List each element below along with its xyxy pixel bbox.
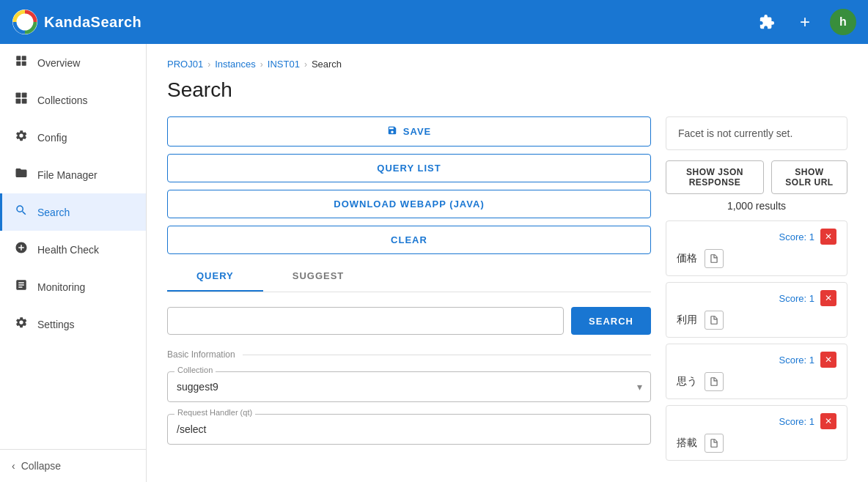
request-handler-input[interactable] [167,414,651,445]
doc-icon-4[interactable] [705,434,724,453]
save-icon [387,125,397,138]
breadcrumb-sep-2: › [260,59,263,70]
collection-field: Collection suggest9 suggest8 suggest7 ▾ [167,371,651,402]
sidebar-item-settings-label: Settings [37,319,75,330]
result-card-1: Score: 1 ✕ 価格 [666,220,847,276]
puzzle-icon [759,14,775,30]
svg-rect-7 [16,99,21,104]
navbar-actions: + h [754,9,856,35]
search-button[interactable]: SEARCH [571,307,651,335]
search-icon [14,204,29,220]
result-card-4: Score: 1 ✕ 搭載 [666,405,847,461]
breadcrumb-search: Search [312,59,342,70]
page-title: Search [167,78,847,102]
basic-information-label: Basic Information [167,349,651,360]
main-layout: Overview Collections Config File Manager… [0,44,868,482]
sidebar-item-config-label: Config [37,132,67,144]
sidebar-item-search-label: Search [37,207,70,218]
sidebar-collapse[interactable]: ‹ Collapse [0,449,146,482]
brand: KandaSearch [12,9,141,35]
left-panel: SAVE QUERY LIST DOWNLOAD WEBAPP (JAVA) C… [167,116,651,467]
sidebar-item-settings[interactable]: Settings [0,305,146,343]
config-icon [14,129,29,146]
overview-icon [14,54,29,71]
clear-button[interactable]: CLEAR [167,226,651,254]
request-handler-field: Request Handler (qt) [167,414,651,445]
svg-rect-5 [16,93,21,98]
show-solr-url-button[interactable]: SHOW SOLR URL [771,160,847,194]
content-area: PROJ01 › Instances › INST01 › Search Sea… [147,44,868,482]
search-row: SEARCH [167,307,651,335]
search-layout: SAVE QUERY LIST DOWNLOAD WEBAPP (JAVA) C… [167,116,847,467]
breadcrumb-sep-3: › [304,59,307,70]
collection-field-label: Collection [174,366,216,374]
sidebar-item-monitoring[interactable]: Monitoring [0,268,146,305]
results-count: 1,000 results [666,200,847,212]
query-list-button[interactable]: QUERY LIST [167,154,651,182]
save-button[interactable]: SAVE [167,116,651,147]
sidebar-item-health-check-label: Health Check [37,244,99,256]
request-handler-label: Request Handler (qt) [174,408,255,417]
brand-logo [12,9,38,35]
tabs-bar: QUERY SUGGEST [167,262,651,292]
delete-icon-1[interactable]: ✕ [820,229,836,245]
show-json-button[interactable]: SHOW JSON RESPONSE [666,160,764,194]
score-label-2: Score: 1 [779,293,814,304]
sidebar-item-search[interactable]: Search [0,193,146,231]
breadcrumb-sep-1: › [207,59,210,70]
doc-icon-1[interactable] [705,249,724,268]
sidebar-item-config[interactable]: Config [0,119,146,156]
result-text-1: 価格 [677,252,697,265]
svg-rect-8 [22,99,27,104]
download-webapp-button[interactable]: DOWNLOAD WEBAPP (JAVA) [167,190,651,218]
collection-select[interactable]: suggest9 suggest8 suggest7 [167,371,651,402]
monitoring-icon [14,278,29,295]
svg-rect-3 [16,62,21,66]
sidebar-item-overview-label: Overview [37,57,80,69]
breadcrumb-instances[interactable]: Instances [215,59,256,70]
search-input[interactable] [167,307,564,335]
delete-icon-3[interactable]: ✕ [820,352,836,368]
svg-rect-1 [16,56,21,60]
sidebar-item-file-manager-label: File Manager [37,169,98,181]
sidebar-item-overview[interactable]: Overview [0,44,146,81]
file-manager-icon [14,166,29,183]
breadcrumb: PROJ01 › Instances › INST01 › Search [167,59,847,70]
result-card-3: Score: 1 ✕ 思う [666,344,847,399]
chevron-left-icon: ‹ [12,460,15,472]
svg-rect-2 [22,56,26,60]
sidebar-item-collections-label: Collections [37,94,87,106]
collections-icon [14,92,29,108]
breadcrumb-proj01[interactable]: PROJ01 [167,59,203,70]
right-panel: Facet is not currently set. SHOW JSON RE… [666,116,847,467]
svg-rect-4 [22,62,26,66]
results-actions: SHOW JSON RESPONSE SHOW SOLR URL [666,160,847,194]
delete-icon-2[interactable]: ✕ [820,290,836,306]
settings-icon [14,316,29,333]
sidebar-item-health-check[interactable]: Health Check [0,231,146,268]
puzzle-icon-button[interactable] [754,9,780,35]
sidebar-item-file-manager[interactable]: File Manager [0,156,146,193]
svg-rect-6 [22,93,27,98]
plus-icon-button[interactable]: + [792,9,818,35]
sidebar-item-collections[interactable]: Collections [0,81,146,119]
sidebar: Overview Collections Config File Manager… [0,44,147,482]
collapse-label: Collapse [21,460,61,472]
score-label-1: Score: 1 [779,231,814,242]
delete-icon-4[interactable]: ✕ [820,413,836,429]
sidebar-item-monitoring-label: Monitoring [37,281,85,293]
result-text-3: 思う [677,375,697,388]
tab-query[interactable]: QUERY [167,262,263,292]
score-label-3: Score: 1 [779,355,814,366]
health-check-icon [14,241,29,258]
facet-notice: Facet is not currently set. [666,116,847,150]
result-card-2: Score: 1 ✕ 利用 [666,282,847,338]
result-text-2: 利用 [677,314,697,327]
breadcrumb-inst01[interactable]: INST01 [268,59,300,70]
brand-name: KandaSearch [44,14,141,31]
avatar[interactable]: h [830,9,856,35]
doc-icon-2[interactable] [705,311,724,330]
doc-icon-3[interactable] [705,372,724,391]
score-label-4: Score: 1 [779,416,814,427]
tab-suggest[interactable]: SUGGEST [263,262,374,292]
